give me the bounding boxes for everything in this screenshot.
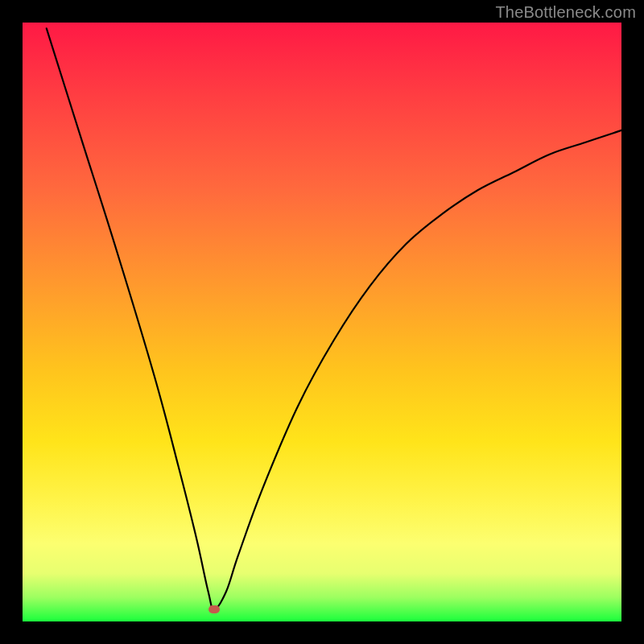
optimum-marker [208, 605, 220, 613]
bottleneck-curve [47, 28, 621, 609]
chart-frame: TheBottleneck.com [0, 0, 644, 644]
watermark-text: TheBottleneck.com [495, 3, 636, 22]
chart-svg [23, 23, 621, 621]
plot-area [23, 23, 621, 621]
